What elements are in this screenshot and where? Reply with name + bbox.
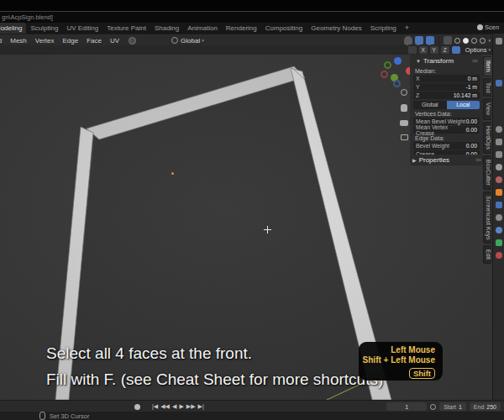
- sidebar-tab-boxcutter[interactable]: BoxCutter: [483, 155, 491, 190]
- tab-animation[interactable]: Animation: [183, 23, 222, 34]
- collapse-arrow-icon: ▼: [416, 59, 421, 64]
- sidebar-tab-tool[interactable]: Tool: [483, 78, 491, 97]
- tab-sculpting[interactable]: Sculpting: [26, 23, 62, 34]
- material-properties-icon[interactable]: [496, 252, 502, 259]
- scene-selector[interactable]: Scen: [477, 24, 504, 31]
- screencast-line: Left Mouse: [359, 345, 435, 355]
- tab-scripting[interactable]: Scripting: [366, 23, 401, 34]
- current-frame-field[interactable]: 1: [386, 402, 427, 411]
- tab-compositing[interactable]: Compositing: [261, 23, 307, 34]
- gizmo-x-neg-axis[interactable]: [381, 71, 388, 78]
- status-bar: Set 3D Cursor: [0, 412, 504, 420]
- jump-to-end-button[interactable]: ▶|: [198, 402, 204, 412]
- tab-modeling[interactable]: Modeling: [0, 23, 26, 34]
- auto-keying-button[interactable]: [134, 404, 140, 410]
- falloff-icon[interactable]: [129, 37, 136, 45]
- scene-label: Scen: [485, 24, 499, 31]
- menu-uv[interactable]: UV: [106, 37, 123, 45]
- menu-edge[interactable]: Edge: [58, 37, 82, 45]
- editor-type-icon[interactable]: [496, 38, 502, 45]
- status-hint: Set 3D Cursor: [50, 412, 90, 420]
- transform-panel-header[interactable]: ▼ Transform ≡≡: [413, 55, 480, 66]
- shading-rendered-icon[interactable]: [480, 38, 486, 44]
- median-x-field[interactable]: X 0 m: [413, 75, 480, 82]
- shading-solid-icon[interactable]: [463, 38, 469, 44]
- object-data-properties-icon[interactable]: [496, 239, 502, 246]
- jump-to-start-button[interactable]: |◀: [152, 402, 158, 412]
- tab-geometry-nodes[interactable]: Geometry Nodes: [307, 23, 365, 34]
- sidebar-tab-view[interactable]: View: [483, 98, 491, 119]
- view-layer-properties-icon[interactable]: [496, 151, 502, 158]
- snap-magnet-icon[interactable]: [404, 36, 412, 45]
- viewport-header: Add Mesh Vertex Edge Face UV Global ▾: [0, 34, 492, 46]
- timeline-bar: |◀ ◀◀ ◀ ▶ ▶▶ ▶| 1 Start 1 End 250: [0, 400, 504, 412]
- tab-uv-editing[interactable]: UV Editing: [62, 23, 102, 34]
- panel-grip-icon[interactable]: ≡≡: [472, 58, 477, 64]
- panel-grip-icon[interactable]: ≡≡: [475, 157, 480, 163]
- gizmo-y-neg-axis[interactable]: [384, 61, 391, 69]
- properties-panel: ▶ Properties ≡≡: [410, 155, 483, 165]
- tab-shading[interactable]: Shading: [150, 23, 183, 34]
- prev-keyframe-button[interactable]: ◀◀: [160, 402, 170, 412]
- median-z-field[interactable]: Z 10.142 m: [413, 92, 480, 99]
- scene-icon: [477, 24, 483, 30]
- transform-orientation-dropdown[interactable]: Global: [171, 37, 204, 45]
- gizmo-z-axis[interactable]: [394, 57, 402, 65]
- properties-panel-header[interactable]: ▶ Properties ≡≡: [410, 155, 483, 165]
- world-properties-icon[interactable]: [496, 176, 502, 183]
- 3d-viewport[interactable]: ▼ Transform ≡≡ Median: X 0 m Y -1 m Z 10…: [0, 55, 492, 400]
- properties-panel-title: Properties: [419, 156, 449, 164]
- xray-toggle-icon[interactable]: [444, 36, 452, 45]
- tab-rendering[interactable]: Rendering: [222, 23, 261, 34]
- particles-properties-icon[interactable]: [496, 214, 502, 221]
- sidebar-tab-strip: Item Tool View HardOps BoxCutter Screenc…: [483, 56, 492, 264]
- shift-key-badge: Shift: [409, 368, 435, 379]
- menu-add[interactable]: Add: [0, 37, 6, 45]
- global-space-button[interactable]: Global: [413, 101, 447, 109]
- snap-target-icon[interactable]: [452, 46, 460, 54]
- shading-wireframe-icon[interactable]: [454, 38, 460, 44]
- menu-mesh[interactable]: Mesh: [6, 37, 31, 45]
- tab-texture-paint[interactable]: Texture Paint: [102, 23, 150, 34]
- mirror-z-toggle[interactable]: Z: [441, 46, 449, 54]
- sidebar-tab-hardops[interactable]: HardOps: [483, 122, 491, 154]
- end-frame-field[interactable]: End 250: [470, 402, 501, 411]
- active-tool-icon[interactable]: [496, 80, 502, 87]
- mean-vertex-crease-field[interactable]: Mean Vertex Crease 0.00: [413, 126, 480, 134]
- output-properties-icon[interactable]: [496, 139, 502, 145]
- sidebar-tab-screencast-keys[interactable]: Screencast Keys: [483, 192, 491, 244]
- orientation-label: Global: [181, 37, 204, 45]
- mirror-x-toggle[interactable]: X: [419, 46, 428, 54]
- play-reverse-button[interactable]: ◀: [172, 402, 176, 412]
- shading-dropdown-icon[interactable]: ▾: [488, 38, 491, 43]
- menu-face[interactable]: Face: [82, 37, 106, 45]
- bevel-weight-field[interactable]: Bevel Weight 0.00: [413, 142, 480, 150]
- local-space-button[interactable]: Local: [447, 101, 480, 109]
- add-workspace-button[interactable]: +: [401, 23, 413, 34]
- median-y-field[interactable]: Y -1 m: [413, 83, 480, 91]
- viewport-header-icons: ▾: [404, 36, 491, 45]
- shading-material-icon[interactable]: [471, 38, 477, 44]
- proportional-editing-icon[interactable]: [415, 36, 423, 45]
- scene-properties-icon[interactable]: [496, 164, 502, 171]
- space-toggle: Global Local: [413, 101, 480, 109]
- viewport-menus: Add Mesh Vertex Edge Face UV: [0, 37, 123, 45]
- gizmo-z-neg-axis[interactable]: [393, 80, 401, 87]
- clock-icon[interactable]: [430, 404, 436, 410]
- play-button[interactable]: ▶: [179, 402, 183, 412]
- frame-range-controls: 1 Start 1 End 250: [386, 402, 504, 411]
- object-properties-icon[interactable]: [496, 189, 502, 196]
- next-keyframe-button[interactable]: ▶▶: [186, 402, 196, 412]
- start-frame-field[interactable]: Start 1: [439, 402, 466, 411]
- mirror-y-toggle[interactable]: Y: [430, 46, 438, 54]
- menu-vertex[interactable]: Vertex: [31, 37, 59, 45]
- options-dropdown[interactable]: Options: [465, 46, 491, 54]
- gizmos-toggle-icon[interactable]: [426, 36, 434, 45]
- camera-view-icon[interactable]: [400, 118, 410, 129]
- physics-properties-icon[interactable]: [496, 227, 502, 234]
- sidebar-tab-item[interactable]: Item: [483, 56, 491, 76]
- render-properties-icon[interactable]: [496, 126, 502, 133]
- modifier-properties-icon[interactable]: [496, 202, 502, 208]
- sidebar-tab-edit[interactable]: Edit: [483, 245, 491, 264]
- tutorial-note-line2: Fill with F. (see Cheat Sheet for more s…: [46, 370, 383, 389]
